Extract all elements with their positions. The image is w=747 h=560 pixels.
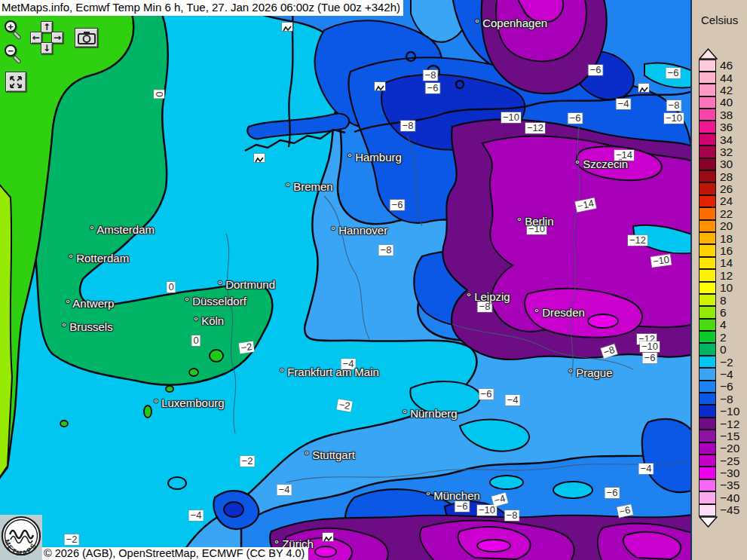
legend-value: 8 xyxy=(716,295,727,307)
legend-swatch xyxy=(699,381,716,393)
contour-value-label: −8 xyxy=(401,121,415,131)
legend-swatch xyxy=(699,244,716,256)
legend-value: 18 xyxy=(716,233,733,245)
legend-swatch xyxy=(699,319,716,331)
legend-value: 40 xyxy=(716,96,733,109)
contour-value-label: −6 xyxy=(589,65,603,75)
legend-swatch xyxy=(699,343,716,355)
city-label: Hamburg xyxy=(347,151,402,164)
legend-entry: 26 xyxy=(699,183,747,195)
contour-value-label: −8 xyxy=(478,301,492,312)
zoom-in-button[interactable]: + xyxy=(5,20,26,41)
legend-entry: 42 xyxy=(699,84,747,96)
contour-value-label: −6 xyxy=(568,113,583,124)
temperature-legend: Celsius 46444240383634323028262422201816… xyxy=(690,0,747,560)
contour-value-label: −6 xyxy=(605,488,620,498)
legend-value: −6 xyxy=(716,381,733,393)
contour-value-label: −4 xyxy=(277,485,292,495)
legend-entry: 12 xyxy=(699,270,747,282)
contour-value-label: −6 xyxy=(426,83,440,93)
city-label: Leipzig xyxy=(467,290,510,303)
legend-entry: 8 xyxy=(699,294,747,306)
legend-value: −2 xyxy=(716,357,733,369)
legend-swatch xyxy=(699,282,716,294)
arrow-down-icon: ↓ xyxy=(43,43,51,54)
map-title: MetMaps.info, Ecmwf Temp Min 6 h, Tue, 2… xyxy=(0,0,403,16)
legend-value: 20 xyxy=(716,220,733,232)
legend-value: 12 xyxy=(716,270,733,282)
pan-right-button[interactable]: → xyxy=(51,32,63,44)
legend-entry: −4 xyxy=(699,369,747,381)
legend-swatch xyxy=(699,454,716,467)
legend-value: 16 xyxy=(716,245,733,257)
legend-entry: 10 xyxy=(699,282,747,294)
magnifier-handle xyxy=(12,55,21,64)
arrow-left-icon: ← xyxy=(32,32,40,43)
city-label: Copenhagen xyxy=(475,17,547,29)
legend-value: 4 xyxy=(716,319,727,331)
legend-swatch xyxy=(699,195,716,207)
city-label: Hannover xyxy=(331,224,387,237)
legend-value: 10 xyxy=(716,282,733,294)
legend-swatch xyxy=(699,96,716,109)
metmaps-logo[interactable]: METMAPS xyxy=(0,515,42,560)
city-label: Brussels xyxy=(62,320,113,333)
legend-entry: 4 xyxy=(699,319,747,331)
city-label: Prague xyxy=(568,366,613,379)
legend-swatch xyxy=(699,232,716,244)
legend-value: 32 xyxy=(716,146,733,158)
contour-value-label: −4 xyxy=(617,99,631,109)
legend-value: −45 xyxy=(716,504,739,516)
legend-entry: −2 xyxy=(699,356,747,368)
legend-entry: 36 xyxy=(699,121,747,133)
contour-value-label: −4 xyxy=(639,464,654,474)
legend-entry: −10 xyxy=(699,405,747,418)
city-label: Dortmund xyxy=(218,278,275,291)
legend-entry: 18 xyxy=(699,232,747,244)
legend-entry: 28 xyxy=(699,171,747,183)
legend-entry: −15 xyxy=(699,430,747,442)
city-label: Stuttgart xyxy=(305,448,355,461)
city-label: Nürnberg xyxy=(403,407,458,420)
legend-swatch xyxy=(699,133,716,145)
legend-entry: 40 xyxy=(699,96,747,109)
contour-value-label: −10 xyxy=(640,341,660,352)
legend-title: Celsius xyxy=(701,14,738,26)
contour-value-label: −8 xyxy=(379,245,393,256)
legend-entry: 38 xyxy=(699,109,747,121)
screenshot-button[interactable] xyxy=(75,28,98,47)
legend-entry: −12 xyxy=(699,418,747,430)
fullscreen-button[interactable] xyxy=(5,72,26,92)
copyright-text: © 2026 (AGB), OpenStreetMap, ECMWF (CC B… xyxy=(41,547,308,560)
contour-value-label: −10 xyxy=(664,113,684,124)
pan-down-button[interactable]: ↓ xyxy=(41,42,53,54)
legend-entry: 6 xyxy=(699,307,747,319)
contour-value-label: −4 xyxy=(189,510,204,521)
legend-value: 36 xyxy=(716,121,733,133)
contour-value-label: 0 xyxy=(154,90,164,98)
legend-value: −35 xyxy=(716,479,739,491)
map-glyph-icon xyxy=(375,82,385,90)
zoom-out-button[interactable]: − xyxy=(5,44,26,66)
legend-value: −10 xyxy=(716,405,739,418)
legend-arrow-up-icon xyxy=(699,48,718,60)
legend-swatch xyxy=(699,467,716,479)
contour-value-label: −2 xyxy=(65,534,79,545)
legend-entry: 34 xyxy=(699,133,747,145)
legend-entry: 32 xyxy=(699,146,747,158)
city-label: Frankfurt am Main xyxy=(280,366,379,378)
contour-value-label: −2 xyxy=(240,456,255,467)
city-label: Düsseldorf xyxy=(185,295,246,308)
legend-swatch xyxy=(699,504,716,516)
legend-swatch xyxy=(699,331,716,343)
weather-map[interactable]: CopenhagenHamburgBremenHannoverBerlinSzc… xyxy=(0,0,690,560)
contour-value-label: −4 xyxy=(506,395,520,405)
contour-value-label: −8 xyxy=(667,100,681,111)
arrow-up-icon: ↑ xyxy=(43,22,51,32)
legend-entry: 14 xyxy=(699,257,747,269)
city-label: Köln xyxy=(194,314,224,327)
legend-value: 44 xyxy=(716,72,733,84)
city-label: Bremen xyxy=(286,180,333,193)
legend-value: 38 xyxy=(716,109,733,121)
legend-value: 22 xyxy=(716,208,733,220)
